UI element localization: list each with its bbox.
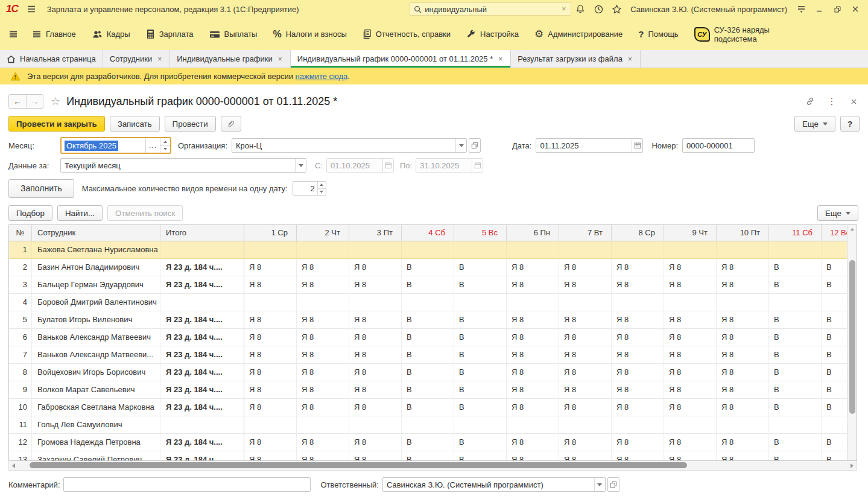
- employee-cell[interactable]: Боровой Дмитрий Валентинович: [32, 294, 160, 311]
- table-row[interactable]: 13Захаркин Савелий ПетровичЯ 23 д. 184 ч…: [9, 451, 857, 461]
- menu-item-nastroika[interactable]: Настройка: [458, 18, 527, 50]
- day-cell[interactable]: Я 8: [559, 381, 612, 399]
- table-row[interactable]: 7Ваньков Александр Матвееви...Я 23 д. 18…: [9, 346, 857, 364]
- tab-close-icon[interactable]: ×: [156, 54, 163, 64]
- day-cell[interactable]: [717, 241, 769, 259]
- row-number-cell[interactable]: 13: [9, 451, 32, 461]
- day-cell[interactable]: Я 8: [612, 434, 664, 451]
- table-row[interactable]: 11Гольд Лев Самуилович: [9, 416, 857, 434]
- day-cell[interactable]: Я 8: [559, 434, 612, 451]
- org-dropdown-button[interactable]: [455, 139, 466, 152]
- day-cell[interactable]: [769, 294, 822, 311]
- table-row[interactable]: 2Базин Антон ВладимировичЯ 23 д. 184 ч..…: [9, 259, 857, 276]
- table-row[interactable]: 1Бажова Светлана Нурисламовна: [9, 241, 857, 259]
- day-cell[interactable]: Я 8: [349, 451, 402, 461]
- spinner-up-icon[interactable]: [160, 138, 170, 146]
- day-cell[interactable]: [769, 241, 822, 259]
- restore-button[interactable]: [828, 1, 846, 17]
- day-cell[interactable]: Я 8: [507, 434, 559, 451]
- total-cell[interactable]: [160, 294, 244, 311]
- day-cell[interactable]: В: [822, 276, 848, 294]
- day-cell[interactable]: Я 8: [507, 364, 559, 381]
- horizontal-scroll-thumb[interactable]: [30, 462, 687, 468]
- day-cell[interactable]: Я 8: [612, 381, 664, 399]
- employee-cell[interactable]: Громова Надежда Петровна: [32, 434, 160, 451]
- total-cell[interactable]: Я 23 д. 184 ч....: [160, 399, 244, 416]
- day-cell[interactable]: [559, 294, 612, 311]
- search-clear-icon[interactable]: ×: [560, 5, 567, 13]
- day-cell[interactable]: Я 8: [349, 259, 402, 276]
- table-row[interactable]: 3Бальцер Герман ЭдуардовичЯ 23 д. 184 ч.…: [9, 276, 857, 294]
- day-cell[interactable]: В: [822, 381, 848, 399]
- day-cell[interactable]: [454, 416, 507, 434]
- employee-cell[interactable]: Габровская Светлана Марковна: [32, 399, 160, 416]
- spinner-down-icon[interactable]: [318, 189, 326, 195]
- total-cell[interactable]: Я 23 д. 184 ч....: [160, 329, 244, 346]
- day-cell[interactable]: [612, 416, 664, 434]
- day-cell[interactable]: Я 8: [244, 346, 297, 364]
- day-cell[interactable]: В: [822, 451, 848, 461]
- total-cell[interactable]: Я 23 д. 184 ч....: [160, 364, 244, 381]
- day-cell[interactable]: [349, 416, 402, 434]
- day-cell[interactable]: [244, 294, 297, 311]
- responsible-open-button[interactable]: [607, 477, 619, 492]
- day-cell[interactable]: Я 8: [664, 311, 717, 329]
- tab-2[interactable]: Индивидуальные графики×: [170, 50, 291, 68]
- table-row[interactable]: 6Ваньков Александр МатвеевичЯ 23 д. 184 …: [9, 329, 857, 346]
- total-cell[interactable]: [160, 416, 244, 434]
- day-cell[interactable]: В: [769, 434, 822, 451]
- day-cell[interactable]: В: [769, 276, 822, 294]
- main-menu-button[interactable]: [27, 5, 36, 13]
- day-cell[interactable]: В: [822, 364, 848, 381]
- more-menu-icon[interactable]: ⋮: [826, 95, 838, 107]
- more-button-top[interactable]: Еще: [794, 116, 835, 132]
- day-cell[interactable]: Я 8: [717, 434, 769, 451]
- menu-item-pomosch[interactable]: ?Помощь: [630, 18, 686, 50]
- total-cell[interactable]: Я 23 д. 184 ч....: [160, 311, 244, 329]
- day-cell[interactable]: В: [402, 276, 454, 294]
- date-calendar-button[interactable]: [632, 139, 642, 152]
- day-cell[interactable]: [507, 416, 559, 434]
- row-number-cell[interactable]: 5: [9, 311, 32, 329]
- day-cell[interactable]: В: [454, 451, 507, 461]
- menu-item-kadry[interactable]: Кадры: [84, 18, 138, 50]
- row-number-cell[interactable]: 7: [9, 346, 32, 364]
- day-cell[interactable]: Я 8: [349, 311, 402, 329]
- day-cell[interactable]: [244, 416, 297, 434]
- table-row[interactable]: 5Булатов Игорь ВиленовичЯ 23 д. 184 ч...…: [9, 311, 857, 329]
- day-cell[interactable]: В: [454, 381, 507, 399]
- day-cell[interactable]: Я 8: [717, 451, 769, 461]
- day-cell[interactable]: [717, 416, 769, 434]
- day-cell[interactable]: [664, 416, 717, 434]
- day-cell[interactable]: Я 8: [297, 434, 349, 451]
- spinner-up-icon[interactable]: [318, 182, 326, 189]
- employee-cell[interactable]: Захаркин Савелий Петрович: [32, 451, 160, 461]
- day-cell[interactable]: [349, 294, 402, 311]
- day-cell[interactable]: Я 8: [612, 329, 664, 346]
- day-cell[interactable]: Я 8: [244, 451, 297, 461]
- day-cell[interactable]: В: [769, 311, 822, 329]
- day-cell[interactable]: Я 8: [349, 276, 402, 294]
- day-cell[interactable]: [822, 241, 848, 259]
- day-cell[interactable]: Я 8: [717, 276, 769, 294]
- tab-close-icon[interactable]: ×: [627, 54, 633, 64]
- day-cell[interactable]: В: [402, 381, 454, 399]
- day-cell[interactable]: В: [454, 346, 507, 364]
- employee-cell[interactable]: Ваньков Александр Матвеевич: [32, 329, 160, 346]
- day-cell[interactable]: [349, 241, 402, 259]
- day-cell[interactable]: [402, 241, 454, 259]
- day-cell[interactable]: В: [769, 451, 822, 461]
- day-cell[interactable]: [822, 416, 848, 434]
- back-button[interactable]: ←: [9, 95, 26, 108]
- post-and-close-button[interactable]: Провести и закрыть: [8, 116, 105, 132]
- day-cell[interactable]: [822, 294, 848, 311]
- day-cell[interactable]: [297, 241, 349, 259]
- row-number-cell[interactable]: 2: [9, 259, 32, 276]
- day-cell[interactable]: [612, 294, 664, 311]
- day-cell[interactable]: Я 8: [717, 259, 769, 276]
- day-cell[interactable]: Я 8: [559, 364, 612, 381]
- day-cell[interactable]: В: [454, 259, 507, 276]
- total-cell[interactable]: [160, 241, 244, 259]
- total-cell[interactable]: Я 23 д. 184 ч....: [160, 451, 244, 461]
- day-cell[interactable]: В: [402, 451, 454, 461]
